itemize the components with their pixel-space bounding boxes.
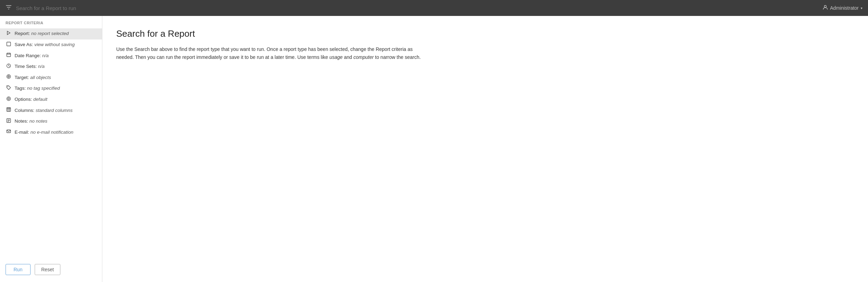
time-sets-key: Time Sets: (15, 64, 38, 69)
criteria-item-tags[interactable]: Tags: no tag specified (0, 83, 102, 94)
notes-icon (6, 118, 12, 125)
time-sets-label: Time Sets: n/a (15, 63, 45, 70)
options-icon (6, 96, 12, 103)
svg-rect-3 (7, 53, 11, 57)
criteria-item-time-sets[interactable]: Time Sets: n/a (0, 61, 102, 72)
svg-point-14 (7, 97, 11, 100)
report-value: no report selected (31, 31, 69, 36)
target-value: all objects (30, 75, 51, 80)
options-value: default (33, 97, 48, 102)
email-value: no e-mail notification (31, 130, 74, 135)
save-as-value: view without saving (34, 42, 75, 47)
columns-icon (6, 107, 12, 114)
filter-icon (6, 4, 12, 12)
user-label: Administrator (830, 5, 859, 11)
sidebar-buttons: Run Reset (0, 258, 102, 276)
run-button[interactable]: Run (6, 264, 31, 275)
tags-value: no tag specified (27, 86, 60, 91)
tags-label: Tags: no tag specified (15, 85, 60, 92)
target-label: Target: all objects (15, 74, 51, 81)
svg-point-0 (824, 6, 826, 8)
criteria-item-columns[interactable]: Columns: standard columns (0, 105, 102, 116)
date-range-icon (6, 52, 12, 59)
report-label: Report: no report selected (15, 30, 69, 37)
options-label: Options: default (15, 96, 48, 103)
topbar: Administrator ▾ (0, 0, 868, 16)
criteria-item-options[interactable]: Options: default (0, 94, 102, 105)
svg-line-9 (9, 66, 10, 67)
criteria-item-report[interactable]: Report: no report selected (0, 28, 102, 39)
svg-rect-16 (7, 108, 11, 112)
sidebar: REPORT CRITERIA Report: no report select… (0, 16, 102, 282)
email-icon (6, 129, 12, 136)
desc-text-2: and (343, 54, 354, 60)
svg-rect-24 (7, 130, 11, 133)
chevron-down-icon: ▾ (861, 6, 862, 10)
columns-value: standard columns (36, 108, 73, 113)
notes-value: no notes (29, 118, 48, 124)
svg-point-15 (8, 98, 10, 99)
content-area: Search for a Report Use the Search bar a… (102, 16, 868, 282)
svg-marker-1 (7, 31, 10, 35)
notes-key: Notes: (15, 118, 29, 124)
desc-term-1: usage (330, 54, 343, 60)
options-key: Options: (15, 97, 33, 102)
save-as-label: Save As: view without saving (15, 42, 75, 48)
columns-label: Columns: standard columns (15, 107, 73, 114)
criteria-item-notes[interactable]: Notes: no notes (0, 116, 102, 127)
criteria-list: Report: no report selectedSave As: view … (0, 28, 102, 258)
main-layout: REPORT CRITERIA Report: no report select… (0, 16, 868, 282)
svg-rect-2 (7, 42, 11, 46)
date-range-label: Date Range: n/a (15, 53, 49, 59)
user-icon (823, 5, 828, 11)
reset-button[interactable]: Reset (35, 264, 61, 275)
tags-key: Tags: (15, 86, 27, 91)
criteria-item-email[interactable]: E-mail: no e-mail notification (0, 127, 102, 138)
time-sets-value: n/a (38, 64, 45, 69)
search-input[interactable] (16, 5, 823, 11)
report-icon (6, 30, 12, 37)
desc-text-3: to narrow the search. (374, 54, 420, 60)
page-title: Search for a Report (116, 28, 854, 39)
target-icon (6, 74, 12, 81)
criteria-item-save-as[interactable]: Save As: view without saving (0, 39, 102, 51)
target-key: Target: (15, 75, 30, 80)
notes-label: Notes: no notes (15, 118, 48, 125)
svg-point-12 (8, 77, 9, 77)
time-sets-icon (6, 63, 12, 70)
save-as-icon (6, 42, 12, 49)
date-range-value: n/a (42, 53, 49, 58)
email-key: E-mail: (15, 130, 31, 135)
sidebar-section-title: REPORT CRITERIA (0, 21, 102, 28)
report-key: Report: (15, 31, 31, 36)
content-description: Use the Search bar above to find the rep… (116, 45, 428, 61)
desc-term-2: computer (354, 54, 374, 60)
columns-key: Columns: (15, 108, 36, 113)
tags-icon (6, 85, 12, 92)
user-menu[interactable]: Administrator ▾ (823, 5, 862, 11)
svg-point-13 (8, 86, 8, 87)
criteria-item-date-range[interactable]: Date Range: n/a (0, 50, 102, 61)
save-as-key: Save As: (15, 42, 34, 47)
email-label: E-mail: no e-mail notification (15, 129, 74, 136)
criteria-item-target[interactable]: Target: all objects (0, 72, 102, 83)
date-range-key: Date Range: (15, 53, 42, 58)
